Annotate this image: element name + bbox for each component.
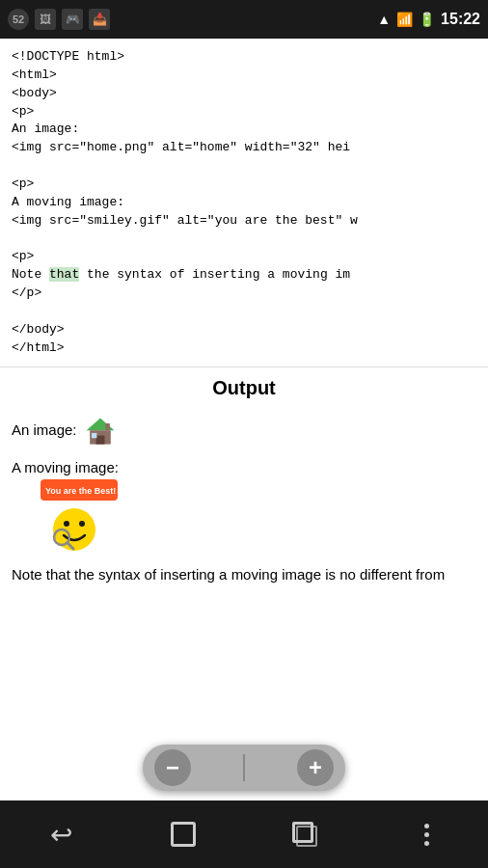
home-icon <box>83 415 118 449</box>
svg-point-8 <box>64 521 69 527</box>
code-line-2: <html> <box>12 67 476 85</box>
code-line-11 <box>12 230 476 248</box>
output-title: Output <box>12 377 476 399</box>
smiley-image: You are the Best! <box>41 479 118 556</box>
code-line-15 <box>12 303 476 321</box>
more-options-button[interactable] <box>398 810 456 858</box>
status-left-icons: 52 🖼 🎮 📥 <box>8 9 110 30</box>
more-options-icon <box>424 824 429 846</box>
code-line-8: <p> <box>12 176 476 194</box>
moving-image-label: A moving image: <box>12 459 119 475</box>
code-line-13: Note that the syntax of inserting a movi… <box>12 266 476 285</box>
code-line-3: <body> <box>12 85 476 103</box>
recent-apps-icon <box>292 822 317 847</box>
code-line-7 <box>12 157 476 176</box>
an-image-row: An image: <box>12 415 476 449</box>
code-line-6: <img src="home.png" alt="home" width="32… <box>12 139 476 157</box>
code-section: <!DOCTYPE html> <html> <body> <p> An ima… <box>0 39 488 367</box>
svg-rect-2 <box>95 436 104 445</box>
status-time: 15:22 <box>441 11 480 28</box>
code-line-9: A moving image: <box>12 194 476 212</box>
output-section: Output An image: A moving image: <box>0 367 488 595</box>
code-line-12: <p> <box>12 248 476 266</box>
note-text: Note that the syntax of inserting a movi… <box>12 564 476 586</box>
home-nav-icon <box>171 822 196 847</box>
content-wrapper: <!DOCTYPE html> <html> <body> <p> An ima… <box>0 39 488 800</box>
code-line-10: <img src="smiley.gif" alt="you are the b… <box>12 212 476 231</box>
moving-image-row: A moving image: You are the Best! <box>12 457 476 556</box>
battery-icon: 🔋 <box>419 12 435 27</box>
svg-marker-0 <box>86 419 114 431</box>
code-line-5: An image: <box>12 121 476 139</box>
status-right-icons: ▲ 📶 🔋 15:22 <box>377 11 480 28</box>
home-button[interactable] <box>154 810 212 858</box>
svg-rect-3 <box>105 423 110 430</box>
status-icon-box1: 🎮 <box>62 9 83 30</box>
status-circle-52: 52 <box>8 9 29 30</box>
status-icon-box2: 📥 <box>89 9 110 30</box>
code-line-17: </html> <box>12 339 476 358</box>
back-button[interactable]: ↩ <box>32 810 90 858</box>
svg-text:You are the Best!: You are the Best! <box>45 486 116 496</box>
code-line-16: </body> <box>12 321 476 339</box>
an-image-label: An image: <box>12 420 77 442</box>
status-bar: 52 🖼 🎮 📥 ▲ 📶 🔋 15:22 <box>0 0 488 39</box>
wifi-icon: ▲ <box>377 12 391 27</box>
nav-bar: ↩ <box>0 800 488 868</box>
zoom-control: − + <box>143 745 345 791</box>
zoom-in-button[interactable]: + <box>297 749 334 786</box>
zoom-out-button[interactable]: − <box>154 749 191 786</box>
status-icon-photo: 🖼 <box>35 9 56 30</box>
code-line-1: <!DOCTYPE html> <box>12 48 476 67</box>
svg-point-9 <box>79 521 85 527</box>
back-arrow-icon: ↩ <box>50 819 72 851</box>
signal-icon: 📶 <box>396 12 413 27</box>
recent-apps-button[interactable] <box>276 810 334 858</box>
svg-rect-4 <box>92 433 96 438</box>
code-line-4: <p> <box>12 103 476 122</box>
code-line-14: </p> <box>12 285 476 303</box>
zoom-divider <box>243 754 245 781</box>
